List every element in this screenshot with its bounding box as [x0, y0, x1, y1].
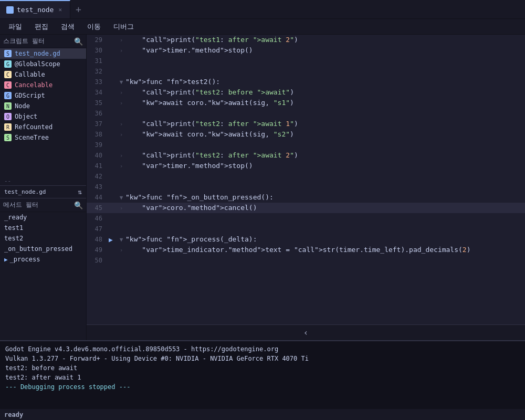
code-line-29: 29› "call">print("test1: after ">await 2…	[87, 35, 525, 45]
code-line-49: 49› "var">time_indicator."method">text =…	[87, 245, 525, 255]
menu-goto[interactable]: 이동	[82, 20, 106, 34]
code-line-39: 39	[87, 140, 525, 150]
menu-bar: 파일 편집 검색 이동 디버그	[0, 19, 525, 35]
method-item-on-button-pressed[interactable]: _on_button_pressed	[0, 244, 86, 254]
method-label: _process	[10, 256, 40, 263]
class-icon: R	[4, 123, 12, 131]
sidebar-item-gdscript[interactable]: G GDScript	[0, 90, 86, 101]
menu-debug[interactable]: 디버그	[108, 20, 139, 34]
fold-indicator[interactable]: ›	[117, 37, 125, 44]
method-item-process[interactable]: ▶ _process	[0, 254, 86, 265]
sidebar-item-globalscope[interactable]: G @GlobalScope	[0, 59, 86, 69]
method-item-test1[interactable]: test1	[0, 223, 86, 233]
code-line-50: 50	[87, 255, 525, 266]
fold-indicator[interactable]: ▼	[117, 79, 125, 86]
class-icon: C	[4, 81, 12, 89]
code-line-46: 46	[87, 213, 525, 224]
sidebar-item-object[interactable]: O Object	[0, 111, 86, 122]
code-line-42: 42	[87, 171, 525, 182]
line-number: 47	[89, 225, 109, 233]
output-line: test2: before await	[5, 363, 520, 373]
main-area: 스크립트 필터 🔍 S test_node.gd G @GlobalScope …	[0, 35, 525, 340]
fold-indicator[interactable]: ▼	[117, 236, 125, 243]
method-filter-label: 메서드 필터	[3, 201, 72, 209]
fold-indicator[interactable]: ›	[117, 121, 125, 128]
fold-indicator[interactable]: ›	[117, 89, 125, 96]
method-label: test2	[4, 235, 23, 242]
fold-indicator[interactable]: ›	[117, 163, 125, 170]
code-line-44: 44▼"kw">func "fn">_on_button_pressed():	[87, 192, 525, 203]
method-label: _on_button_pressed	[4, 245, 72, 253]
fold-indicator[interactable]: ›	[117, 100, 125, 107]
sidebar-item-test-node-gd[interactable]: S test_node.gd	[0, 48, 86, 59]
method-item-test2[interactable]: test2	[0, 233, 86, 244]
line-number: 45	[89, 204, 109, 212]
code-text: "var">timer."method">stop()	[125, 45, 523, 56]
code-line-41: 41› "var">timer."method">stop()	[87, 161, 525, 171]
tab-test-node[interactable]: test_node ✕	[0, 0, 70, 18]
sidebar-item-label: @GlobalScope	[15, 60, 60, 68]
fold-indicator[interactable]: ›	[117, 152, 125, 159]
sidebar-item-callable[interactable]: C Callable	[0, 69, 86, 80]
script-filter-search-icon[interactable]: 🔍	[74, 37, 83, 46]
line-number: 41	[89, 162, 109, 170]
sidebar-item-scenetree[interactable]: S SceneTree	[0, 132, 86, 143]
menu-file[interactable]: 파일	[3, 20, 27, 34]
status-ready-label: ready	[4, 411, 23, 418]
line-number: 31	[89, 57, 109, 65]
code-line-37: 37› "call">print("test2: after ">await 1…	[87, 119, 525, 129]
line-number: 35	[89, 99, 109, 107]
code-line-30: 30› "var">timer."method">stop()	[87, 45, 525, 56]
sidebar-filename-label: test_node.gd	[4, 188, 46, 195]
line-number: 39	[89, 141, 109, 149]
output-panel: Godot Engine v4.3.dev6.mono.official.898…	[0, 340, 525, 408]
output-line: test2: after await 1	[5, 373, 520, 382]
method-filter-search-icon[interactable]: 🔍	[74, 201, 83, 209]
fold-indicator[interactable]: ›	[117, 47, 125, 54]
sidebar-item-label: GDScript	[15, 92, 45, 99]
fold-indicator[interactable]: ›	[117, 131, 125, 138]
line-number: 29	[89, 36, 109, 44]
menu-edit[interactable]: 편집	[29, 20, 54, 34]
breakpoint-area[interactable]: ▶	[109, 236, 117, 244]
code-text: "kw">func "fn">_process(_delta):	[125, 234, 523, 245]
line-number: 32	[89, 68, 109, 75]
new-tab-button[interactable]: +	[70, 0, 87, 18]
script-filter-bar: 스크립트 필터 🔍	[0, 35, 86, 48]
method-label: _ready	[4, 214, 27, 221]
code-text: "var">timer."method">stop()	[125, 161, 523, 171]
method-item-ready[interactable]: _ready	[0, 212, 86, 223]
class-icon: G	[4, 92, 12, 99]
sidebar-item-cancelable[interactable]: C Cancelable	[0, 80, 86, 90]
code-line-43: 43	[87, 182, 525, 192]
fold-indicator[interactable]: ›	[117, 205, 125, 212]
line-number: 33	[89, 78, 109, 86]
code-text: "kw">await coro."kw">await(sig, "s2")	[125, 129, 523, 140]
code-text: "kw">func "fn">test2():	[125, 77, 523, 87]
code-line-40: 40› "call">print("test2: after ">await 2…	[87, 150, 525, 161]
line-number: 34	[89, 89, 109, 96]
sidebar: 스크립트 필터 🔍 S test_node.gd G @GlobalScope …	[0, 35, 87, 340]
scroll-left-button[interactable]: ‹	[87, 324, 525, 340]
code-text: "var">coro."method">cancel()	[125, 203, 523, 213]
code-text: "call">print("test2: after ">await 2")	[125, 150, 523, 161]
sidebar-sort-icon[interactable]: ⇅	[78, 188, 82, 196]
line-number: 46	[89, 215, 109, 222]
code-text: "call">print("test2: before ">await")	[125, 87, 523, 98]
script-filter-label: 스크립트 필터	[3, 37, 72, 46]
code-line-34: 34› "call">print("test2: before ">await"…	[87, 87, 525, 98]
code-line-38: 38› "kw">await coro."kw">await(sig, "s2"…	[87, 129, 525, 140]
tab-close-button[interactable]: ✕	[57, 5, 64, 14]
fold-indicator[interactable]: ▼	[117, 194, 125, 201]
sidebar-item-node[interactable]: N Node	[0, 101, 86, 111]
code-text: "kw">await coro."kw">await(sig, "s1")	[125, 98, 523, 108]
sidebar-item-refcounted[interactable]: R RefCounted	[0, 122, 86, 132]
code-line-36: 36	[87, 108, 525, 119]
menu-search[interactable]: 검색	[56, 20, 80, 34]
line-number: 48	[89, 236, 109, 243]
script-items-list: S test_node.gd G @GlobalScope C Callable…	[0, 48, 86, 176]
fold-indicator[interactable]: ›	[117, 247, 125, 254]
line-number: 49	[89, 246, 109, 254]
output-line: Vulkan 1.3.277 - Forward+ - Using Device…	[5, 354, 520, 363]
code-container[interactable]: 29› "call">print("test1: after ">await 2…	[87, 35, 525, 324]
